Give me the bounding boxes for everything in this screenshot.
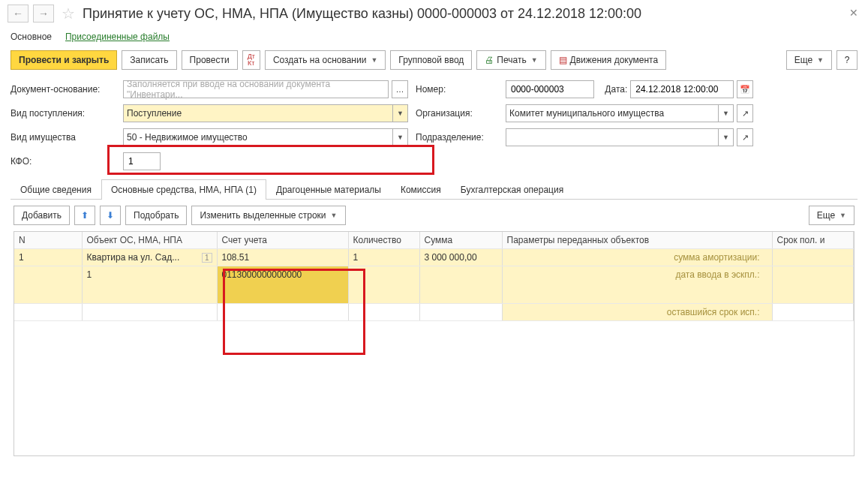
write-button[interactable]: Записать: [122, 50, 176, 70]
property-type-label: Вид имущества: [11, 132, 116, 143]
chevron-down-icon[interactable]: ▼: [392, 129, 407, 146]
col-account[interactable]: Счет учета: [217, 232, 348, 249]
chevron-down-icon[interactable]: ▼: [718, 129, 733, 146]
property-type-field[interactable]: 50 - Недвижимое имущество ▼: [123, 128, 408, 146]
number-field[interactable]: [506, 80, 594, 98]
cell-sum[interactable]: 3 000 000,00: [419, 249, 502, 266]
kfo-field[interactable]: [123, 152, 161, 170]
move-down-icon[interactable]: ⬇: [100, 206, 121, 225]
doc-base-label: Документ-основание:: [11, 84, 116, 95]
nav-tab-main[interactable]: Основное: [11, 32, 52, 42]
tab-assets[interactable]: Основные средства, НМА, НПА (1): [101, 179, 266, 200]
movements-icon: ▤: [559, 55, 567, 65]
cell-account-line2[interactable]: 0113000000000000: [217, 266, 348, 304]
open-object-icon[interactable]: 1: [202, 253, 212, 263]
cell-object-line2[interactable]: 1: [82, 266, 217, 304]
receipt-type-label: Вид поступления:: [11, 108, 116, 119]
select-button[interactable]: Подобрать: [125, 206, 187, 225]
cell-object[interactable]: Квартира на ул. Сад... 1: [82, 249, 217, 266]
table-row[interactable]: 1 Квартира на ул. Сад... 1 108.51 1 3 00…: [14, 249, 854, 266]
subdivision-field[interactable]: ▼: [506, 128, 734, 146]
cell-param1[interactable]: сумма амортизации:: [502, 249, 772, 266]
tab-precious[interactable]: Драгоценные материалы: [266, 179, 391, 200]
table-row[interactable]: оставшийся срок исп.:: [14, 304, 854, 321]
cell-account[interactable]: 108.51: [217, 249, 348, 266]
help-button[interactable]: ?: [836, 50, 857, 70]
tab-general[interactable]: Общие сведения: [11, 179, 101, 200]
more-button[interactable]: Еще▼: [786, 50, 832, 70]
org-field[interactable]: Комитет муниципального имущества ▼: [506, 104, 734, 122]
dtdt-button[interactable]: ДтКт: [242, 50, 260, 70]
date-label: Дата:: [605, 84, 627, 95]
favorite-star-icon[interactable]: ☆: [62, 5, 75, 23]
chevron-down-icon[interactable]: ▼: [718, 105, 733, 122]
doc-base-field[interactable]: Заполняется при вводе на основании докум…: [123, 80, 389, 98]
printer-icon: 🖨: [485, 55, 494, 65]
col-sum[interactable]: Сумма: [419, 232, 502, 249]
open-external-icon[interactable]: ↗: [737, 128, 753, 146]
col-params[interactable]: Параметры переданных объектов: [502, 232, 772, 249]
add-row-button[interactable]: Добавить: [14, 206, 70, 225]
page-title: Принятие к учету ОС, НМА, НПА (Имущество…: [83, 6, 641, 22]
col-term[interactable]: Срок пол. и: [772, 232, 854, 249]
date-field[interactable]: [630, 80, 734, 98]
calendar-icon[interactable]: 📅: [737, 80, 753, 98]
subdivision-label: Подразделение:: [416, 132, 498, 143]
table-header-row: N Объект ОС, НМА, НПА Счет учета Количес…: [14, 232, 854, 249]
group-input-button[interactable]: Групповой ввод: [390, 50, 472, 70]
table-row[interactable]: 1 0113000000000000 дата ввода в эскпл.:: [14, 266, 854, 304]
org-label: Организация:: [416, 108, 498, 119]
nav-tab-files[interactable]: Присоединенные файлы: [65, 32, 170, 42]
cell-param3[interactable]: оставшийся срок исп.:: [502, 304, 772, 321]
cell-n[interactable]: 1: [14, 249, 82, 266]
movements-button[interactable]: ▤Движения документа: [551, 50, 667, 70]
edit-selected-rows-button[interactable]: Изменить выделенные строки▼: [191, 206, 345, 225]
tab-commission[interactable]: Комиссия: [391, 179, 451, 200]
kfo-label: КФО:: [11, 156, 116, 167]
post-and-close-button[interactable]: Провести и закрыть: [11, 50, 117, 70]
grid-more-button[interactable]: Еще▼: [809, 206, 854, 225]
nav-forward-button[interactable]: →: [33, 5, 54, 23]
cell-qty[interactable]: 1: [348, 249, 419, 266]
chevron-down-icon[interactable]: ▼: [392, 105, 407, 122]
cell-term[interactable]: [772, 249, 854, 266]
create-based-button[interactable]: Создать на основании▼: [265, 50, 386, 70]
close-icon[interactable]: ✕: [847, 7, 860, 20]
move-up-icon[interactable]: ⬆: [74, 206, 95, 225]
number-label: Номер:: [416, 84, 498, 95]
col-n[interactable]: N: [14, 232, 82, 249]
print-button[interactable]: 🖨Печать▼: [476, 50, 545, 70]
receipt-type-field[interactable]: Поступление ▼: [123, 104, 408, 122]
col-qty[interactable]: Количество: [348, 232, 419, 249]
post-button[interactable]: Провести: [182, 50, 238, 70]
open-external-icon[interactable]: ↗: [737, 104, 753, 122]
col-object[interactable]: Объект ОС, НМА, НПА: [82, 232, 217, 249]
cell-param2[interactable]: дата ввода в эскпл.:: [502, 266, 772, 304]
tab-accounting-op[interactable]: Бухгалтерская операция: [451, 179, 573, 200]
doc-base-dots-button[interactable]: …: [392, 80, 408, 98]
nav-back-button[interactable]: ←: [8, 5, 29, 23]
